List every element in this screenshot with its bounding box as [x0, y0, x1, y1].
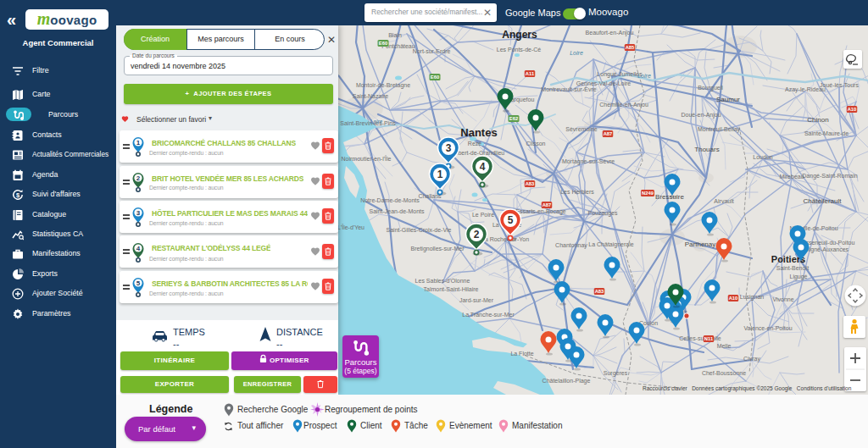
svg-text:N249: N249 — [642, 191, 654, 196]
svg-text:Dangé-Saint-Romain: Dangé-Saint-Romain — [802, 173, 857, 180]
svg-text:Rezé: Rezé — [468, 141, 481, 147]
svg-text:Les Sables-d'Olonne: Les Sables-d'Olonne — [415, 278, 470, 284]
svg-text:Thouars: Thouars — [694, 146, 719, 153]
svg-text:3: 3 — [446, 142, 452, 154]
svg-text:Jard-sur-Mer: Jard-sur-Mer — [459, 297, 494, 303]
svg-text:Sèvremoine: Sèvremoine — [565, 126, 597, 132]
svg-text:Les Herbiers: Les Herbiers — [560, 189, 594, 195]
svg-text:Mortagne-sur-Sèvre: Mortagne-sur-Sèvre — [562, 158, 615, 165]
svg-text:A87: A87 — [542, 202, 552, 207]
svg-text:Chantonnay: Chantonnay — [555, 242, 587, 249]
svg-text:Châtellerault: Châtellerault — [804, 197, 843, 205]
svg-text:L'Île-d'Yeu: L'Île-d'Yeu — [337, 224, 364, 230]
svg-text:A83: A83 — [595, 289, 604, 294]
svg-text:La Châtaigneraie: La Châtaigneraie — [588, 241, 633, 248]
svg-text:Bretignolles-sur-Mer: Bretignolles-sur-Mer — [410, 246, 465, 252]
svg-text:5: 5 — [136, 279, 141, 287]
svg-text:La Roche-sur-Yon: La Roche-sur-Yon — [481, 236, 529, 242]
svg-text:Sainte-Maure-de: Sainte-Maure-de — [804, 130, 849, 136]
svg-text:Loudun: Loudun — [753, 154, 772, 160]
svg-text:Loire: Loire — [370, 119, 383, 124]
svg-text:Montreuil-Bellay: Montreuil-Bellay — [698, 126, 741, 133]
svg-text:Chemillé-en-Anjou: Chemillé-en-Anjou — [599, 102, 648, 108]
svg-text:4: 4 — [136, 244, 141, 252]
svg-text:Longué-Jumelles: Longué-Jumelles — [597, 71, 643, 78]
svg-text:A87: A87 — [604, 131, 613, 136]
svg-text:Clisson: Clisson — [526, 141, 546, 147]
svg-text:Beaufort-en-Anjou: Beaufort-en-Anjou — [586, 30, 634, 36]
svg-text:Chef-Boussonne: Chef-Boussonne — [702, 370, 746, 376]
svg-text:Le Poiré: Le Poiré — [472, 212, 494, 218]
svg-text:Doué-en-Anjou: Doué-en-Anjou — [681, 112, 721, 119]
svg-text:E62: E62 — [509, 116, 518, 121]
svg-text:Chinon: Chinon — [807, 116, 828, 124]
svg-text:Saint-Jean-de-Monts: Saint-Jean-de-Monts — [370, 208, 425, 214]
svg-text:Joué-lès-Tours: Joué-lès-Tours — [820, 82, 859, 88]
svg-text:Saint-Benoît: Saint-Benoît — [776, 265, 810, 271]
svg-text:E60: E60 — [379, 41, 387, 46]
svg-text:Surgères: Surgères — [604, 370, 628, 377]
svg-text:A10: A10 — [848, 107, 857, 112]
svg-text:4: 4 — [480, 161, 486, 173]
svg-text:Talmont-Saint-Hilaire: Talmont-Saint-Hilaire — [424, 286, 479, 292]
svg-text:3: 3 — [136, 209, 141, 217]
svg-text:Saint-Nazaire: Saint-Nazaire — [353, 93, 389, 99]
svg-text:Montoir-de-Bretagne: Montoir-de-Bretagne — [356, 82, 410, 89]
svg-text:A85: A85 — [626, 45, 635, 50]
svg-text:Saint-Gilles-Croix-de-Vie: Saint-Gilles-Croix-de-Vie — [387, 227, 452, 233]
svg-text:Melle: Melle — [717, 343, 732, 349]
svg-text:Raccourcis clavier Données c: Raccourcis clavier Données cartographiqu… — [643, 385, 852, 392]
svg-text:La Flotte: La Flotte — [510, 351, 533, 357]
svg-text:A11: A11 — [526, 71, 535, 76]
svg-text:A83: A83 — [526, 181, 535, 186]
svg-text:Parthenay: Parthenay — [685, 241, 715, 248]
svg-text:Châtelaillon-Plage: Châtelaillon-Plage — [542, 378, 591, 384]
svg-text:Bourgueil: Bourgueil — [698, 85, 723, 91]
svg-text:Migné-Auxances: Migné-Auxances — [804, 246, 849, 253]
svg-text:1: 1 — [437, 169, 443, 180]
svg-text:Vivonne: Vivonne — [772, 296, 793, 302]
svg-text:Saumur: Saumur — [716, 96, 740, 103]
svg-text:Gennes-Val-de-Loire: Gennes-Val-de-Loire — [576, 80, 632, 86]
svg-text:Notre-Dame-de-Monts: Notre-Dame-de-Monts — [360, 197, 420, 203]
svg-text:La Tranche-sur-Mer: La Tranche-sur-Mer — [462, 312, 515, 318]
svg-text:Loire: Loire — [637, 73, 651, 79]
svg-text:Civray: Civray — [743, 356, 760, 362]
svg-text:$: $ — [16, 191, 20, 199]
svg-text:Blain: Blain — [388, 32, 402, 38]
svg-text:Noirmoutier-en-l'Île: Noirmoutier-en-l'Île — [342, 155, 392, 162]
svg-text:Valence-en-Poitou: Valence-en-Poitou — [743, 325, 792, 331]
svg-text:N11: N11 — [704, 336, 714, 341]
svg-text:Ligugé: Ligugé — [789, 274, 807, 280]
svg-text:Nort-sur-Erdre: Nort-sur-Erdre — [413, 48, 451, 54]
svg-text:Celles-sur-Belle: Celles-sur-Belle — [679, 335, 721, 341]
svg-text:A10: A10 — [729, 296, 738, 301]
svg-text:Mirebeau: Mirebeau — [779, 174, 804, 180]
svg-text:2: 2 — [474, 229, 480, 241]
svg-text:1: 1 — [136, 139, 141, 147]
svg-text:Angers: Angers — [502, 29, 537, 41]
svg-text:E60: E60 — [431, 75, 439, 80]
svg-text:Pouzauges: Pouzauges — [587, 210, 618, 217]
svg-text:Loire: Loire — [570, 50, 583, 56]
svg-text:Nantes: Nantes — [460, 126, 497, 139]
svg-text:5: 5 — [508, 214, 514, 226]
svg-text:Essarts-en-Bocage: Essarts-en-Bocage — [515, 208, 566, 215]
svg-text:2: 2 — [136, 174, 141, 181]
svg-text:Saint-Brevin-les-Pins: Saint-Brevin-les-Pins — [340, 120, 396, 126]
svg-text:Montrevault-sur-Èvre: Montrevault-sur-Èvre — [541, 86, 596, 92]
svg-text:Lusignan: Lusignan — [740, 294, 765, 301]
svg-text:Les Ponts-de-Cé: Les Ponts-de-Cé — [497, 47, 542, 53]
svg-text:Airvault: Airvault — [714, 198, 733, 204]
